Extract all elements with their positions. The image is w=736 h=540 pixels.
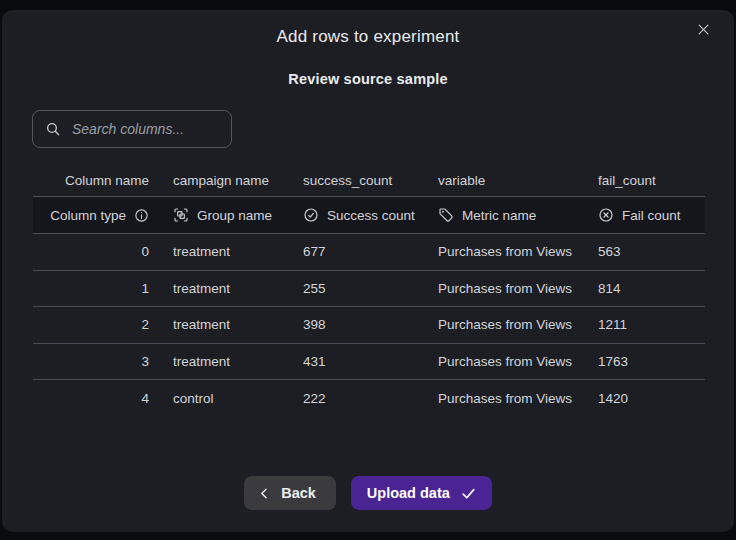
type-label: Success count [327,208,415,223]
cell-variable: Purchases from Views [438,244,598,259]
cell-variable: Purchases from Views [438,354,598,369]
cell-variable: Purchases from Views [438,391,598,406]
type-label: Group name [197,208,272,223]
cell-campaign: treatment [173,317,303,332]
type-metric-name[interactable]: Metric name [438,207,598,223]
cell-fail: 1763 [598,354,705,369]
upload-button-label: Upload data [367,485,450,501]
header-success-count: success_count [303,173,438,188]
cell-campaign: treatment [173,354,303,369]
info-icon[interactable] [134,208,149,223]
cell-index: 0 [33,244,173,259]
table-header-row: Column name campaign name success_count … [33,164,705,196]
cell-variable: Purchases from Views [438,317,598,332]
tag-icon [438,207,454,223]
type-success-count[interactable]: Success count [303,207,438,223]
header-column-name: Column name [33,173,173,188]
table-row[interactable]: 2 treatment 398 Purchases from Views 121… [33,307,705,344]
cell-index: 3 [33,354,173,369]
header-fail-count: fail_count [598,173,705,188]
cell-campaign: treatment [173,281,303,296]
check-icon [460,485,477,502]
sample-table: Column name campaign name success_count … [33,164,705,417]
cell-fail: 814 [598,281,705,296]
cell-fail: 1211 [598,317,705,332]
search-icon [45,121,61,137]
cell-fail: 563 [598,244,705,259]
cell-success: 431 [303,354,438,369]
header-variable: variable [438,173,598,188]
search-box[interactable] [32,110,232,148]
search-input[interactable] [70,120,219,138]
cell-campaign: control [173,391,303,406]
chevron-left-icon [258,487,271,500]
table-row[interactable]: 0 treatment 677 Purchases from Views 563 [33,234,705,271]
cell-fail: 1420 [598,391,705,406]
success-check-icon [303,207,319,223]
cell-index: 2 [33,317,173,332]
close-icon[interactable] [692,18,714,40]
column-type-cell: Column type [33,208,173,223]
back-button-label: Back [281,485,316,501]
cell-campaign: treatment [173,244,303,259]
footer-actions: Back Upload data [2,476,734,510]
step-subtitle: Review source sample [2,47,734,87]
header-campaign-name: campaign name [173,173,303,188]
type-label: Fail count [622,208,681,223]
cell-success: 398 [303,317,438,332]
type-fail-count[interactable]: Fail count [598,207,705,223]
type-label: Metric name [462,208,536,223]
cell-variable: Purchases from Views [438,281,598,296]
group-icon [173,207,189,223]
table-row[interactable]: 3 treatment 431 Purchases from Views 176… [33,344,705,381]
cell-index: 4 [33,391,173,406]
add-rows-modal: Add rows to experiment Review source sam… [2,10,734,532]
page-title: Add rows to experiment [2,10,734,47]
column-type-row: Column type Group name Success count [33,196,705,234]
upload-data-button[interactable]: Upload data [351,476,492,510]
cell-success: 222 [303,391,438,406]
column-type-label: Column type [50,208,126,223]
back-button[interactable]: Back [244,476,336,510]
cell-index: 1 [33,281,173,296]
fail-cross-icon [598,207,614,223]
type-group-name[interactable]: Group name [173,207,303,223]
cell-success: 255 [303,281,438,296]
table-row[interactable]: 4 control 222 Purchases from Views 1420 [33,380,705,417]
cell-success: 677 [303,244,438,259]
table-row[interactable]: 1 treatment 255 Purchases from Views 814 [33,271,705,308]
